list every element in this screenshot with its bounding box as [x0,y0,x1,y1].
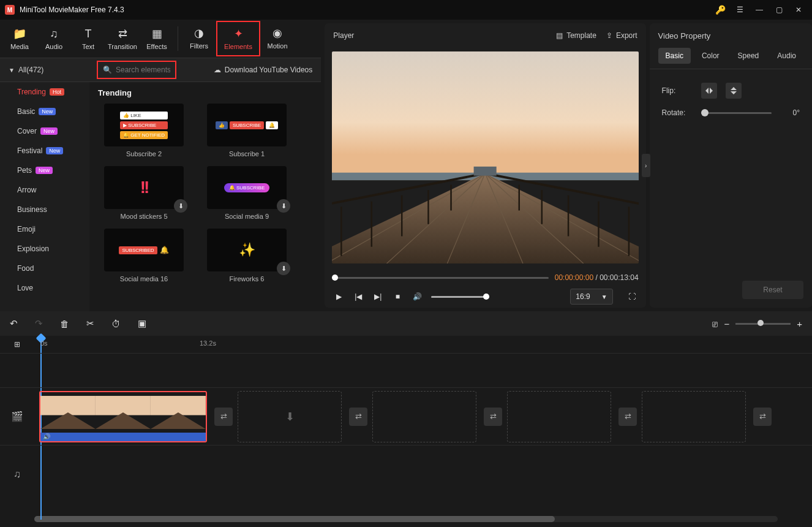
category-love[interactable]: Love [0,278,89,298]
transition-slot[interactable]: ⇄ [753,408,772,426]
toolbar-tab-filters[interactable]: ◑Filters [182,21,216,55]
transition-slot[interactable]: ⇄ [214,408,233,426]
svg-rect-28 [151,396,206,415]
text-icon: T [85,28,92,40]
element-thumb[interactable]: !!⬇Mood stickers 5 [98,166,190,220]
toolbar-tab-effects[interactable]: ▦Effects [140,21,174,56]
reset-button[interactable]: Reset [742,281,803,299]
all-categories-toggle[interactable]: ▼ All(472) [0,58,89,82]
timeline-horizontal-scrollbar[interactable] [34,516,778,522]
download-youtube-button[interactable]: ☁ Download YouTube Videos [214,66,312,74]
toolbar-tab-transition[interactable]: ⇄Transition [105,21,140,56]
badge: New [36,167,53,174]
category-festival[interactable]: FestivalNew [0,141,89,161]
flip-horizontal-button[interactable] [701,83,717,99]
empty-clip-slot[interactable]: ⬇ [238,391,342,442]
menu-icon[interactable]: ☰ [731,1,748,18]
element-thumb[interactable]: SUBSCRIBED🔔Social media 16 [98,229,190,282]
timecode: 00:00:00:00 / 00:00:13:04 [555,273,639,282]
delete-button[interactable]: 🗑 [60,319,69,329]
property-title: Video Property [650,23,812,48]
property-tab-speed[interactable]: Speed [731,48,767,64]
svg-rect-23 [474,167,497,176]
template-icon: ▤ [556,31,563,40]
playback-scrubber[interactable] [332,277,548,279]
transition-slot[interactable]: ⇄ [349,408,367,426]
fit-timeline-button[interactable]: ⎚ [712,319,718,329]
chevron-down-icon: ▼ [601,294,607,300]
element-thumb[interactable]: ✨⬇Fireworks 6 [201,229,293,282]
category-business[interactable]: Business [0,200,89,219]
add-track-icon[interactable]: ⊞ [14,340,20,349]
category-pets[interactable]: PetsNew [0,161,89,180]
property-tab-color[interactable]: Color [694,48,727,64]
gallery-heading: Trending [98,88,312,97]
maximize-button[interactable]: ▢ [770,1,788,18]
split-button[interactable]: ✂ [86,318,94,329]
next-frame-button[interactable]: ▶| [371,290,385,303]
template-button[interactable]: ▤ Template [556,31,596,40]
download-icon[interactable]: ⬇ [174,199,187,213]
toolbar-tab-audio[interactable]: ♫Audio [37,21,71,56]
speed-button[interactable]: ⏱ [111,319,121,329]
close-button[interactable]: ✕ [790,1,807,18]
volume-slider[interactable] [431,296,489,298]
property-tab-basic[interactable]: Basic [658,48,691,64]
element-thumb[interactable]: 👍 LIKE▶ SUBSCRIBE🔔 GET NOTIFIEDSubscribe… [98,104,190,157]
search-input[interactable] [116,66,170,74]
minimize-button[interactable]: — [751,1,768,18]
badge: Hot [50,88,64,96]
fullscreen-button[interactable]: ⛶ [625,290,639,303]
play-button[interactable]: ▶ [332,290,345,303]
empty-clip-slot[interactable] [507,391,611,442]
toolbar-tab-motion[interactable]: ◉Motion [260,21,295,55]
category-explosion[interactable]: Explosion [0,239,89,259]
download-youtube-label: Download YouTube Videos [225,66,312,74]
category-emoji[interactable]: Emoji [0,219,89,239]
element-thumb[interactable]: 🔔 SUBSCRIBE⬇Social media 9 [201,166,293,220]
category-cover[interactable]: CoverNew [0,121,89,141]
download-icon[interactable]: ⬇ [277,262,290,275]
volume-icon[interactable]: 🔊 [410,290,424,303]
zoom-in-button[interactable]: + [797,319,802,329]
empty-clip-slot[interactable] [642,391,746,442]
toolbar-tab-elements[interactable]: ✦Elements [216,21,260,56]
timeline-ruler[interactable]: 0s13.2s [34,336,812,353]
prev-frame-button[interactable]: |◀ [351,290,365,303]
audio-icon: ♫ [50,28,58,40]
transition-slot[interactable]: ⇄ [618,408,637,426]
transition-slot[interactable]: ⇄ [484,408,502,426]
redo-button[interactable]: ↷ [35,318,43,329]
empty-clip-slot[interactable] [372,391,476,442]
undo-button[interactable]: ↶ [10,318,18,329]
timeline-clip[interactable]: 🔊 [39,391,207,442]
download-icon[interactable]: ⬇ [277,199,290,213]
license-key-icon[interactable]: 🔑 [712,1,729,18]
export-button[interactable]: ⇪ Export [606,31,637,40]
rotate-slider[interactable] [701,112,772,114]
player-preview[interactable] [332,51,638,264]
media-icon: 📁 [13,27,26,40]
crop-button[interactable]: ▣ [138,318,146,329]
time-total: 00:00:13:04 [600,273,638,282]
zoom-slider[interactable] [735,323,791,325]
app-title: MiniTool MovieMaker Free 7.4.3 [20,6,124,14]
category-arrow[interactable]: Arrow [0,180,89,200]
zoom-out-button[interactable]: − [724,319,729,329]
player-title: Player [333,31,354,40]
export-icon: ⇪ [606,31,612,40]
element-thumb[interactable]: 👍SUBSCRIBE🔔Subscribe 1 [201,104,293,157]
search-elements-wrap[interactable]: 🔍 [97,61,176,79]
toolbar-tab-text[interactable]: TText [71,21,105,56]
flip-vertical-button[interactable] [726,83,742,99]
collapse-panel-button[interactable]: › [642,154,650,177]
app-logo-icon: M [5,5,15,15]
toolbar-tab-media[interactable]: 📁Media [2,21,37,56]
rotate-label: Rotate: [662,108,693,117]
property-tab-audio[interactable]: Audio [770,48,803,64]
category-basic[interactable]: BasicNew [0,102,89,121]
aspect-ratio-select[interactable]: 16:9 ▼ [570,289,612,305]
category-trending[interactable]: TrendingHot [0,82,89,102]
stop-button[interactable]: ■ [391,290,404,303]
category-food[interactable]: Food [0,259,89,278]
